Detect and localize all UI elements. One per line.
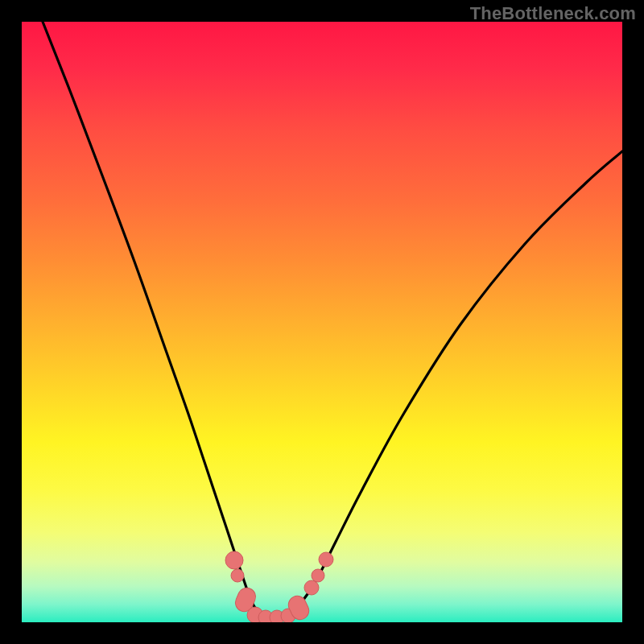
data-marker <box>312 569 324 582</box>
data-marker <box>231 569 244 582</box>
chart-svg <box>22 22 622 622</box>
data-marker <box>319 552 333 567</box>
data-marker <box>225 551 243 569</box>
left-curve <box>43 22 274 617</box>
right-curve <box>274 151 622 617</box>
data-marker <box>304 580 319 595</box>
data-markers <box>225 551 333 622</box>
watermark-text: TheBottleneck.com <box>470 3 636 24</box>
gradient-plot-area <box>22 22 622 622</box>
